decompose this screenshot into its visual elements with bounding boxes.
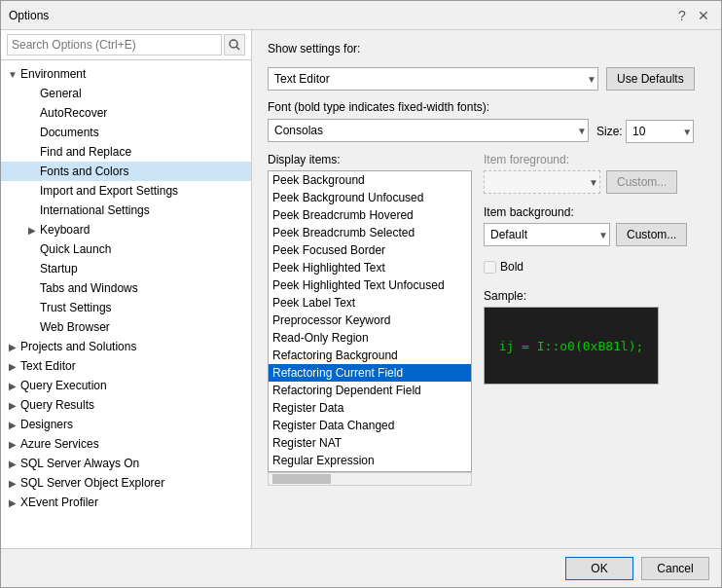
list-item[interactable]: Peek Breadcrumb Selected <box>269 224 471 241</box>
svg-point-0 <box>230 40 237 48</box>
list-item[interactable]: Regular Expression <box>269 452 471 469</box>
expand-icon-environment: ▼ <box>5 66 20 82</box>
tree-item-startup[interactable]: Startup <box>1 259 251 278</box>
expand-icon-azure: ▶ <box>5 436 20 452</box>
cancel-button[interactable]: Cancel <box>641 557 709 580</box>
left-panel: ▼EnvironmentGeneralAutoRecoverDocumentsF… <box>1 30 252 548</box>
size-label: Size: <box>596 125 623 138</box>
list-item[interactable]: Register Data <box>269 399 471 417</box>
scrollbar-track[interactable] <box>268 472 472 486</box>
expand-icon-fonts-colors <box>24 164 40 179</box>
tree-item-trust[interactable]: Trust Settings <box>1 298 251 317</box>
sample-label: Sample: <box>484 289 705 303</box>
list-item[interactable]: Peek Focused Border <box>269 241 471 259</box>
bg-dropdown-container: Default ▼ <box>484 223 610 246</box>
tree-item-documents[interactable]: Documents <box>1 123 251 142</box>
list-item[interactable]: Peek Label Text <box>269 294 471 312</box>
list-item[interactable]: Read-Only Region <box>269 329 471 347</box>
expand-icon-xevent-profiler: ▶ <box>5 495 20 510</box>
tree-label-azure: Azure Services <box>20 437 99 451</box>
right-panel: Show settings for: Text Editor ▼ Use Def… <box>252 30 721 548</box>
list-item[interactable]: Peek Background Unfocused <box>269 189 471 206</box>
use-defaults-button[interactable]: Use Defaults <box>606 67 695 91</box>
tree-item-general[interactable]: General <box>1 84 251 103</box>
sample-section: Sample: ij = I::o0(0xB81l); <box>484 289 705 385</box>
tree-label-web-browser: Web Browser <box>40 320 110 334</box>
size-dropdown-container: 10 ▼ <box>626 120 694 143</box>
tree-item-autorecover[interactable]: AutoRecover <box>1 103 251 123</box>
font-dropdown-container: Consolas ▼ <box>268 119 589 142</box>
tree-item-text-editor[interactable]: ▶Text Editor <box>1 356 251 376</box>
tree-item-xevent-profiler[interactable]: ▶XEvent Profiler <box>1 493 251 512</box>
show-settings-dropdown[interactable]: Text Editor <box>268 67 598 91</box>
search-icon-button[interactable] <box>224 34 245 55</box>
tree-label-keyboard: Keyboard <box>40 223 90 237</box>
title-bar: Options ? ✕ <box>1 1 721 30</box>
tree-label-general: General <box>40 87 82 100</box>
list-item[interactable]: Peek Highlighted Text <box>269 259 471 276</box>
list-item[interactable]: Refactoring Current Field <box>269 364 471 382</box>
scrollbar-thumb[interactable] <box>272 474 331 484</box>
list-item[interactable]: Register NAT <box>269 434 471 452</box>
list-item[interactable]: Register Data Changed <box>269 417 471 434</box>
item-fg-row: ▼ Custom... <box>484 170 705 194</box>
help-button[interactable]: ? <box>672 6 692 25</box>
expand-icon-web-browser <box>24 319 40 335</box>
display-items-section: Display items: Peek BackgroundPeek Backg… <box>268 153 472 486</box>
tree-item-quick-launch[interactable]: Quick Launch <box>1 239 251 259</box>
fg-dropdown[interactable] <box>484 170 600 194</box>
list-item[interactable]: Refactoring Background <box>269 347 471 364</box>
tree-label-import-export: Import and Export Settings <box>40 184 178 198</box>
item-fg-section: Item foreground: ▼ Custom... <box>484 153 705 194</box>
tree-item-keyboard[interactable]: ▶Keyboard <box>1 220 251 239</box>
font-section: Font (bold type indicates fixed-width fo… <box>268 100 694 143</box>
expand-icon-query-results: ▶ <box>5 397 20 413</box>
display-list[interactable]: Peek BackgroundPeek Background Unfocused… <box>268 170 472 472</box>
bg-dropdown[interactable]: Default <box>484 223 610 246</box>
custom-bg-button[interactable]: Custom... <box>616 223 687 246</box>
ok-button[interactable]: OK <box>565 557 633 580</box>
close-button[interactable]: ✕ <box>694 6 713 25</box>
list-item[interactable]: Peek Background <box>269 171 471 189</box>
font-dropdown[interactable]: Consolas <box>268 119 589 142</box>
list-item[interactable]: Refactoring Dependent Field <box>269 382 471 399</box>
tree-container: ▼EnvironmentGeneralAutoRecoverDocumentsF… <box>1 60 251 548</box>
item-fg-label: Item foreground: <box>484 153 705 166</box>
tree-item-international[interactable]: International Settings <box>1 201 251 220</box>
expand-icon-documents <box>24 125 40 140</box>
item-bg-label: Item background: <box>484 205 705 219</box>
tree-item-azure[interactable]: ▶Azure Services <box>1 434 251 454</box>
tree-item-query-results[interactable]: ▶Query Results <box>1 395 251 415</box>
tree-item-query-execution[interactable]: ▶Query Execution <box>1 376 251 395</box>
tree-item-fonts-colors[interactable]: Fonts and Colors <box>1 162 251 181</box>
item-bg-section: Item background: Default ▼ Custom... <box>484 205 705 246</box>
tree-label-find-replace: Find and Replace <box>40 145 131 159</box>
custom-fg-button[interactable]: Custom... <box>606 170 677 194</box>
size-dropdown[interactable]: 10 <box>626 120 694 143</box>
tree-item-find-replace[interactable]: Find and Replace <box>1 142 251 162</box>
list-item[interactable]: Peek Breadcrumb Hovered <box>269 206 471 224</box>
tree-item-import-export[interactable]: Import and Export Settings <box>1 181 251 201</box>
tree-label-fonts-colors: Fonts and Colors <box>40 165 128 178</box>
tree-label-projects: Projects and Solutions <box>20 340 136 353</box>
bold-checkbox[interactable] <box>484 261 496 274</box>
list-scrollbar <box>268 472 472 486</box>
search-input[interactable] <box>7 34 222 55</box>
expand-icon-query-execution: ▶ <box>5 378 20 393</box>
tree-item-environment[interactable]: ▼Environment <box>1 64 251 84</box>
list-item[interactable]: Peek Highlighted Text Unfocused <box>269 276 471 294</box>
tree-item-web-browser[interactable]: Web Browser <box>1 317 251 337</box>
tree-item-sql-object-explorer[interactable]: ▶SQL Server Object Explorer <box>1 473 251 493</box>
sample-code: ij = I::o0(0xB81l); <box>499 339 644 353</box>
list-item[interactable]: Selected Text in High Contrast <box>269 469 471 472</box>
font-label: Font (bold type indicates fixed-width fo… <box>268 100 694 114</box>
tree-label-autorecover: AutoRecover <box>40 106 107 120</box>
list-item[interactable]: Preprocessor Keyword <box>269 312 471 329</box>
tree-label-sql-always-on: SQL Server Always On <box>20 457 139 470</box>
tree-item-designers[interactable]: ▶Designers <box>1 415 251 434</box>
tree-item-sql-always-on[interactable]: ▶SQL Server Always On <box>1 454 251 473</box>
expand-icon-import-export <box>24 183 40 199</box>
tree-item-projects[interactable]: ▶Projects and Solutions <box>1 337 251 356</box>
tree-item-tabs-windows[interactable]: Tabs and Windows <box>1 278 251 298</box>
size-section: Size: 10 ▼ <box>596 118 694 143</box>
